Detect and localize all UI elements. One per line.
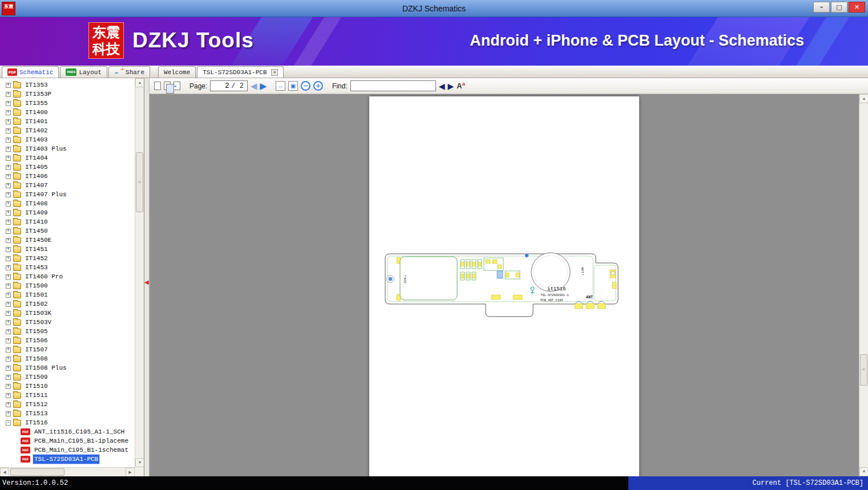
tree-folder-it1408[interactable]: +IT1408 <box>0 199 135 208</box>
tab-layout[interactable]: PADS Layout <box>60 66 107 78</box>
collapse-icon[interactable]: - <box>6 420 11 426</box>
tree-file-pcb_main_c195_b1-1placeme[interactable]: PDFPCB_Main_C195_B1-1placeme <box>0 436 135 446</box>
expand-icon[interactable]: + <box>6 183 11 188</box>
next-page-icon[interactable]: ▶ <box>260 81 267 91</box>
tree-folder-it1508-plus[interactable]: +IT1508 Plus <box>0 363 135 372</box>
expand-icon[interactable]: + <box>6 220 11 225</box>
tree-folder-it1355[interactable]: +IT1355 <box>0 99 135 108</box>
sidebar-horizontal-scrollbar[interactable]: ◀ ▶ <box>0 467 135 476</box>
expand-icon[interactable]: + <box>6 156 11 161</box>
expand-icon[interactable]: + <box>6 274 11 280</box>
splitter-collapse-icon[interactable]: ◀ <box>144 279 149 285</box>
scroll-right-icon[interactable]: ▶ <box>126 468 135 476</box>
tree-file-tsl-s72sd03a1-pcb[interactable]: PDFTSL-S72SD03A1-PCB <box>0 455 135 464</box>
tree-folder-it1502[interactable]: +IT1502 <box>0 299 135 309</box>
expand-icon[interactable]: + <box>6 357 11 362</box>
sidebar-vertical-scrollbar[interactable]: ▲ ≡ ▼ <box>135 78 144 467</box>
scroll-down-icon[interactable]: ▼ <box>135 458 144 467</box>
facing-pages-view-icon[interactable] <box>164 82 171 90</box>
expand-icon[interactable]: + <box>6 393 11 398</box>
tree-folder-it1450e[interactable]: +IT1450E <box>0 236 135 245</box>
expand-icon[interactable]: + <box>6 210 11 216</box>
tree-folder-it1403[interactable]: +IT1403 <box>0 135 135 144</box>
tab-welcome[interactable]: Welcome <box>158 66 196 78</box>
expand-icon[interactable]: + <box>6 320 11 325</box>
tree-folder-it1450[interactable]: +IT1450 <box>0 226 135 236</box>
tree-folder-it1400[interactable]: +IT1400 <box>0 108 135 117</box>
expand-icon[interactable]: + <box>6 128 11 133</box>
expand-icon[interactable]: + <box>6 384 11 389</box>
tree-folder-it1460-pro[interactable]: +IT1460 Pro <box>0 272 135 281</box>
tab-document-tsl-s72sd03a1-pcb[interactable]: TSL-S72SD03A1-PCB ✕ <box>197 66 284 78</box>
tree-folder-it1509[interactable]: +IT1509 <box>0 372 135 382</box>
expand-icon[interactable]: + <box>6 192 11 197</box>
expand-icon[interactable]: + <box>6 83 11 88</box>
expand-icon[interactable]: + <box>6 293 11 298</box>
tree-folder-it1516[interactable]: -IT1516 <box>0 418 135 427</box>
tree-folder-it1407-plus[interactable]: +IT1407 Plus <box>0 190 135 199</box>
find-input[interactable] <box>350 80 436 91</box>
tree-file-pcb_main_c195_b1-1schemat[interactable]: PDFPCB_Main_C195_B1-1schemat <box>0 446 135 455</box>
tree-folder-it1353p[interactable]: +IT1353P <box>0 90 135 99</box>
expand-icon[interactable]: + <box>6 347 11 353</box>
expand-icon[interactable]: + <box>6 229 11 234</box>
tree-folder-it1503k[interactable]: +IT1503K <box>0 309 135 318</box>
fit-page-icon[interactable]: ▣ <box>288 81 298 91</box>
tree-folder-it1353[interactable]: +IT1353 <box>0 80 135 90</box>
tree-folder-it1451[interactable]: +IT1451 <box>0 245 135 254</box>
tree-folder-it1501[interactable]: +IT1501 <box>0 290 135 299</box>
tab-schematic[interactable]: PDF Schematic <box>2 66 59 78</box>
tree-folder-it1452[interactable]: +IT1452 <box>0 254 135 263</box>
find-next-icon[interactable]: ▶ <box>448 82 454 91</box>
tree-folder-it1409[interactable]: +IT1409 <box>0 208 135 217</box>
tree-folder-it1406[interactable]: +IT1406 <box>0 172 135 181</box>
tree-folder-it1505[interactable]: +IT1505 <box>0 327 135 336</box>
tree-folder-it1500[interactable]: +IT1500 <box>0 281 135 290</box>
expand-icon[interactable]: + <box>6 174 11 179</box>
close-button[interactable]: ✕ <box>849 2 865 13</box>
tree-folder-it1510[interactable]: +IT1510 <box>0 382 135 391</box>
tree-folder-it1512[interactable]: +IT1512 <box>0 400 135 409</box>
expand-icon[interactable]: + <box>6 137 11 143</box>
scrollbar-thumb[interactable]: ≡ <box>136 152 143 212</box>
expand-icon[interactable]: + <box>6 165 11 170</box>
expand-icon[interactable]: + <box>6 402 11 407</box>
fit-width-icon[interactable]: ↔ <box>276 81 285 91</box>
tree-folder-it1405[interactable]: +IT1405 <box>0 163 135 172</box>
viewer-vertical-scrollbar[interactable]: ▲ ≡ ▼ <box>859 94 868 476</box>
tree-folder-it1404[interactable]: +IT1404 <box>0 153 135 163</box>
expand-icon[interactable]: + <box>6 92 11 97</box>
multi-page-view-icon[interactable]: ▸ <box>173 82 180 90</box>
zoom-out-icon[interactable]: − <box>301 81 310 91</box>
scroll-up-icon[interactable]: ▲ <box>135 78 144 87</box>
page-number-input[interactable] <box>214 82 229 90</box>
scroll-down-icon[interactable]: ▼ <box>859 467 868 476</box>
tab-share[interactable]: ☁+ Share <box>108 66 150 78</box>
expand-icon[interactable]: + <box>6 329 11 334</box>
single-page-view-icon[interactable] <box>154 82 161 90</box>
expand-icon[interactable]: + <box>6 311 11 316</box>
expand-icon[interactable]: + <box>6 147 11 152</box>
expand-icon[interactable]: + <box>6 238 11 243</box>
tree-folder-it1401[interactable]: +IT1401 <box>0 117 135 126</box>
expand-icon[interactable]: + <box>6 101 11 106</box>
expand-icon[interactable]: + <box>6 256 11 261</box>
expand-icon[interactable]: + <box>6 247 11 252</box>
tree-folder-it1513[interactable]: +IT1513 <box>0 409 135 418</box>
expand-icon[interactable]: + <box>6 110 11 115</box>
tree-folder-it1410[interactable]: +IT1410 <box>0 217 135 226</box>
tree-folder-it1507[interactable]: +IT1507 <box>0 345 135 354</box>
zoom-in-icon[interactable]: + <box>313 81 323 91</box>
scrollbar-thumb[interactable]: ≡ <box>860 354 867 386</box>
tree-folder-it1506[interactable]: +IT1506 <box>0 336 135 345</box>
expand-icon[interactable]: + <box>6 265 11 270</box>
minimize-button[interactable]: – <box>813 2 830 13</box>
tree-folder-it1503v[interactable]: +IT1503V <box>0 318 135 327</box>
expand-icon[interactable]: + <box>6 338 11 343</box>
tree-folder-it1508[interactable]: +IT1508 <box>0 354 135 363</box>
tree-folder-it1407[interactable]: +IT1407 <box>0 181 135 190</box>
find-previous-icon[interactable]: ◀ <box>439 82 445 91</box>
page-canvas[interactable]: -SPK+ <box>369 96 639 476</box>
panel-splitter[interactable]: ◀ <box>144 78 150 476</box>
tree-folder-it1453[interactable]: +IT1453 <box>0 263 135 272</box>
